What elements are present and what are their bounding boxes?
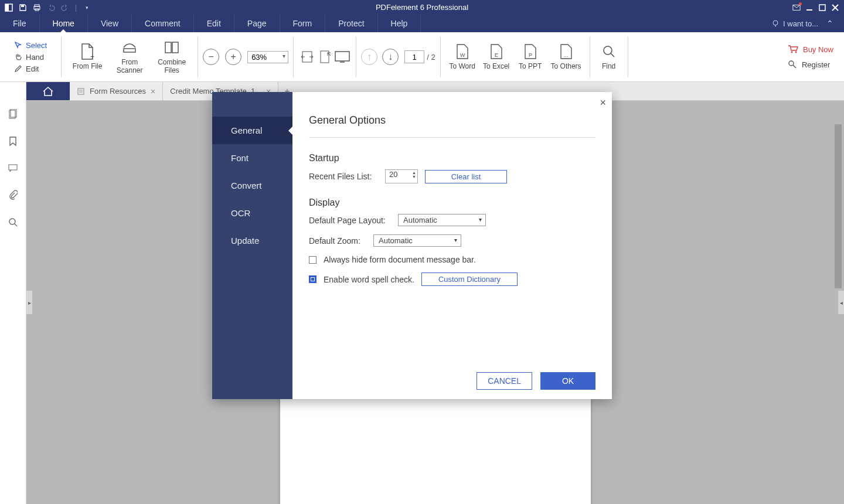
from-scanner-button[interactable]: From Scanner: [108, 39, 151, 75]
spellcheck-checkbox[interactable]: [309, 275, 316, 283]
to-excel-button[interactable]: E To Excel: [479, 43, 513, 71]
left-nav-panel: [0, 82, 26, 504]
word-icon: W: [454, 43, 471, 60]
comment-icon[interactable]: [7, 162, 19, 174]
fullscreen-icon[interactable]: [333, 48, 351, 66]
svg-rect-32: [78, 88, 84, 94]
svg-line-26: [793, 65, 796, 68]
ppt-icon: P: [522, 43, 539, 60]
svg-rect-29: [9, 165, 17, 170]
cursor-icon: [14, 41, 22, 49]
svg-point-30: [9, 219, 15, 224]
menu-help[interactable]: Help: [378, 15, 421, 32]
fit-page-icon[interactable]: [316, 48, 333, 66]
undo-icon[interactable]: [47, 4, 55, 12]
cancel-button[interactable]: CANCEL: [477, 372, 532, 390]
sidebar-item-font[interactable]: Font: [212, 144, 292, 172]
sidebar-item-ocr[interactable]: OCR: [212, 199, 292, 227]
file-plus-icon: +: [79, 43, 96, 60]
select-tool[interactable]: Select: [14, 41, 47, 50]
combine-files-button[interactable]: Combine Files: [151, 39, 193, 75]
menu-form[interactable]: Form: [280, 15, 326, 32]
menu-comment[interactable]: Comment: [132, 15, 194, 32]
bookmark-icon[interactable]: [7, 135, 19, 147]
pencil-icon: [14, 64, 22, 73]
dialog-sidebar: General Font Convert OCR Update: [212, 92, 292, 399]
default-zoom-select[interactable]: Automatic: [373, 234, 461, 247]
hand-tool[interactable]: Hand: [14, 53, 47, 62]
buy-now-button[interactable]: Buy Now: [788, 45, 833, 54]
home-icon: [42, 86, 54, 97]
cart-icon: [788, 45, 798, 54]
ribbon-sep: [61, 36, 62, 77]
qat-more-icon[interactable]: ▾: [83, 4, 91, 12]
startup-heading: Startup: [309, 153, 595, 164]
to-word-button[interactable]: W To Word: [445, 43, 479, 71]
ok-button[interactable]: OK: [540, 372, 595, 390]
collapse-ribbon-icon[interactable]: ⌃: [826, 19, 833, 28]
recent-files-label: Recent Files List:: [309, 172, 378, 181]
home-tab[interactable]: [26, 82, 70, 100]
next-page-button[interactable]: ↓: [382, 49, 399, 65]
minimize-icon[interactable]: [805, 4, 814, 12]
to-excel-label: To Excel: [483, 63, 509, 71]
fit-width-icon[interactable]: [298, 48, 316, 66]
ribbon-sep: [198, 36, 198, 77]
zoom-in-button[interactable]: +: [225, 49, 241, 65]
expand-left-handle[interactable]: ▸: [26, 291, 32, 314]
menu-edit[interactable]: Edit: [194, 15, 234, 32]
hide-msgbar-checkbox[interactable]: [309, 256, 316, 264]
titlebar: | ▾ PDFelement 6 Professional: [0, 0, 844, 15]
to-ppt-button[interactable]: P To PPT: [513, 43, 547, 71]
key-icon: [788, 60, 797, 69]
svg-line-22: [611, 53, 614, 57]
menu-file[interactable]: File: [0, 15, 40, 32]
scanner-icon: [121, 39, 138, 56]
custom-dictionary-button[interactable]: Custom Dictionary: [421, 273, 518, 286]
select-label: Select: [26, 41, 47, 50]
attachment-icon[interactable]: [7, 189, 19, 201]
from-file-button[interactable]: + From File: [66, 43, 108, 71]
print-icon[interactable]: [33, 4, 41, 12]
svg-point-25: [789, 61, 794, 66]
edit-tool[interactable]: Edit: [14, 64, 47, 73]
page-number-input[interactable]: [404, 50, 424, 63]
find-button[interactable]: Find: [595, 43, 623, 71]
to-others-label: To Others: [551, 63, 581, 71]
hide-msgbar-label: Always hide form document message bar.: [324, 255, 476, 264]
clear-list-button[interactable]: Clear list: [425, 170, 507, 183]
dialog-close-icon[interactable]: ×: [600, 97, 606, 109]
thumbnails-icon[interactable]: [7, 108, 19, 120]
tab-form-resources[interactable]: Form Resources ×: [70, 82, 163, 100]
search-panel-icon[interactable]: [7, 216, 19, 228]
edit-label: Edit: [26, 64, 39, 73]
menu-page[interactable]: Page: [234, 15, 280, 32]
redo-icon[interactable]: [61, 4, 69, 12]
hand-icon: [14, 53, 22, 61]
close-icon[interactable]: [831, 4, 839, 12]
expand-right-handle[interactable]: ◂: [838, 291, 844, 314]
others-icon: ...: [557, 43, 575, 60]
sidebar-item-update[interactable]: Update: [212, 227, 292, 254]
sidebar-item-convert[interactable]: Convert: [212, 172, 292, 199]
recent-files-input[interactable]: 20 ▲▼: [385, 169, 418, 183]
menu-protect[interactable]: Protect: [325, 15, 377, 32]
save-icon[interactable]: [19, 4, 27, 12]
menu-home[interactable]: Home: [40, 15, 88, 32]
mail-icon[interactable]: [792, 4, 801, 12]
zoom-value: 63%: [251, 53, 267, 62]
menu-view[interactable]: View: [88, 15, 132, 32]
excel-icon: E: [488, 43, 505, 60]
zoom-select[interactable]: 63%: [247, 51, 288, 63]
to-others-button[interactable]: ... To Others: [547, 43, 585, 71]
maximize-icon[interactable]: [818, 4, 826, 12]
close-tab-icon[interactable]: ×: [151, 87, 155, 96]
sidebar-item-general[interactable]: General: [212, 117, 292, 144]
to-ppt-label: To PPT: [519, 63, 542, 71]
zoom-out-button[interactable]: −: [203, 49, 219, 65]
scrollbar-thumb[interactable]: [835, 124, 842, 288]
spinner-icon[interactable]: ▲▼: [412, 171, 416, 179]
register-button[interactable]: Register: [788, 60, 830, 69]
page-layout-select[interactable]: Automatic: [398, 214, 486, 226]
i-want-to[interactable]: I want to...: [771, 19, 818, 28]
